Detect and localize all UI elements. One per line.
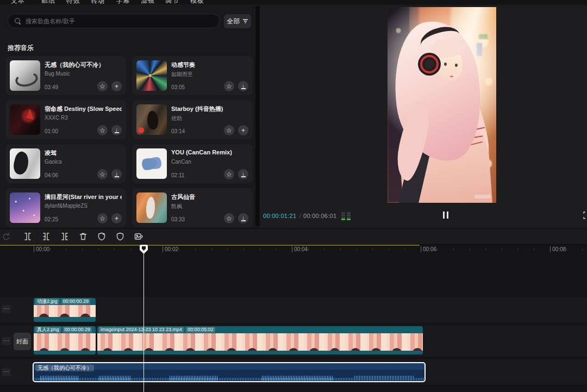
add-to-track-button[interactable]: + — [111, 213, 122, 223]
chroma-key-icon[interactable] — [130, 229, 147, 244]
playhead-line[interactable] — [143, 245, 144, 392]
mask-icon[interactable] — [112, 229, 128, 244]
ruler-tick — [582, 248, 583, 251]
delete-left-icon[interactable] — [38, 229, 54, 244]
fullscreen-icon[interactable] — [583, 211, 587, 220]
favorite-button[interactable]: ☆ — [97, 81, 108, 91]
clip-main-video[interactable]: imageinput 2024-12-23 10 23 23.mp4 00:00… — [97, 326, 423, 354]
music-card[interactable]: 宿命感 Destiny (Slow Speed) XXXC R3 01:00 ☆… — [5, 100, 126, 139]
ruler-tick — [502, 248, 502, 251]
song-duration: 04:06 — [45, 172, 58, 178]
track-options-button[interactable]: ⋯ — [2, 368, 11, 376]
song-duration: 03:14 — [171, 128, 185, 134]
song-artist: 佐助 — [171, 115, 247, 122]
music-library-panel: 全部 推荐音乐 无感（我的心可不冷） Bug Music 03:49 ☆ + 动… — [0, 6, 255, 228]
song-duration: 03:33 — [171, 216, 185, 222]
clip-name: 动漫2.jpg — [35, 298, 59, 304]
download-icon: ↓ — [241, 171, 246, 177]
redo-icon[interactable] — [0, 229, 14, 244]
favorite-button[interactable]: ☆ — [224, 169, 234, 179]
ruler-label: 00:00 — [34, 246, 49, 252]
album-art — [10, 192, 40, 223]
favorite-button[interactable]: ☆ — [224, 81, 234, 91]
favorite-button[interactable]: ☆ — [97, 213, 108, 223]
audio-waveform — [99, 376, 132, 381]
song-duration: 01:00 — [45, 128, 58, 134]
tab-text[interactable]: 文本 — [11, 0, 25, 5]
music-card[interactable]: 古风仙音 凯枫 03:33 ☆ ↓ — [132, 188, 253, 227]
star-icon: ☆ — [99, 83, 105, 90]
ruler-tick — [276, 248, 276, 251]
tab-captions[interactable]: 字幕 — [116, 0, 130, 5]
song-title: YOU (CanCan Remix) — [171, 149, 248, 155]
clip-filmstrip — [34, 305, 96, 317]
transport-bar: 00:00:01:21 / 00:00:06:01 — [260, 207, 587, 226]
ruler-tick — [50, 248, 51, 251]
star-icon: ☆ — [226, 171, 232, 178]
download-icon: ↓ — [115, 171, 119, 177]
delete-icon[interactable] — [75, 229, 91, 244]
download-button[interactable]: ↓ — [238, 169, 248, 179]
clip-duration: 00:00:00.29 — [63, 327, 92, 333]
search-icon — [15, 18, 21, 24]
ruler-tick — [566, 248, 567, 251]
download-icon: ↓ — [115, 127, 119, 133]
download-button[interactable]: ↓ — [238, 213, 248, 223]
clip-duration: 00:00:05:02 — [186, 327, 215, 333]
ruler-tick — [114, 248, 115, 251]
music-card[interactable]: 满目星河(Star river in your eyes) dylanf&Map… — [5, 188, 126, 227]
clip-overlay-image[interactable]: 动漫2.jpg 00:00:00.29 — [34, 298, 96, 322]
album-art — [10, 60, 40, 91]
search-box[interactable] — [8, 14, 220, 28]
add-to-track-button[interactable]: + — [111, 81, 122, 91]
timeline-ruler[interactable]: 00:00 00:02 00:04 00:06 00:08 — [0, 245, 587, 254]
tab-templates[interactable]: 模板 — [190, 0, 204, 5]
split-icon[interactable] — [20, 229, 36, 244]
cover-button[interactable]: 封面 — [14, 333, 31, 350]
favorite-button[interactable]: ☆ — [97, 125, 108, 135]
playhead-handle[interactable] — [140, 245, 148, 254]
favorite-button[interactable]: ☆ — [224, 213, 234, 223]
clip-audio-selected[interactable]: 无感（我的心可不冷） — [33, 362, 426, 382]
ruler-tick — [372, 248, 373, 251]
audio-waveform — [170, 376, 218, 381]
filter-all-button[interactable]: 全部 — [224, 14, 251, 28]
music-card[interactable]: YOU (CanCan Remix) CanCan 02:11 ☆ ↓ — [132, 144, 253, 183]
song-title: 凌驾 — [45, 149, 122, 157]
timeline[interactable]: 00:00 00:02 00:04 00:06 00:08 ⋯ ⋯ ⋯ 封面 动… — [0, 245, 587, 392]
tab-filters[interactable]: 滤镜 — [141, 0, 155, 5]
music-card[interactable]: 凌驾 Gaoica 04:06 ☆ ↓ — [5, 144, 126, 183]
ruler-label: 00:02 — [163, 246, 178, 252]
tab-effects[interactable]: 特效 — [66, 0, 80, 5]
download-button[interactable]: ↓ — [111, 169, 122, 179]
favorite-button[interactable]: ☆ — [97, 169, 108, 179]
preview-viewport[interactable] — [388, 7, 496, 203]
ruler-tick — [260, 248, 260, 251]
delete-right-icon[interactable] — [57, 229, 73, 244]
download-button[interactable]: ↓ — [111, 125, 122, 135]
track-options-button[interactable]: ⋯ — [2, 305, 11, 313]
plus-icon: + — [241, 127, 245, 134]
hot-badge — [138, 127, 144, 133]
tab-transition[interactable]: 转场 — [91, 0, 105, 5]
track-options-button[interactable]: ⋯ — [2, 337, 11, 345]
clip-name: imageinput 2024-12-23 10 23 23.mp4 — [99, 327, 184, 333]
freeze-frame-icon[interactable] — [93, 229, 110, 244]
favorite-button[interactable]: ☆ — [224, 125, 234, 135]
search-input[interactable] — [26, 18, 205, 24]
tab-sticker[interactable]: 贴纸 — [41, 0, 55, 5]
clip-main-image[interactable]: 真人2.png 00:00:00.29 — [34, 326, 96, 354]
tab-adjust[interactable]: 调节 — [165, 0, 179, 5]
ruler-tick — [82, 248, 83, 251]
ruler-tick — [453, 248, 454, 251]
ruler-tick — [437, 248, 438, 251]
album-art — [136, 104, 167, 135]
download-icon: ↓ — [241, 215, 246, 221]
music-card[interactable]: 动感节奏 如期而至 03:05 ☆ ↓ — [132, 56, 253, 95]
music-card[interactable]: Starboy (抖音热播) 佐助 03:14 ☆ + — [132, 100, 253, 139]
download-button[interactable]: ↓ — [238, 81, 248, 91]
add-to-track-button[interactable]: + — [238, 125, 248, 135]
pause-button[interactable] — [440, 211, 451, 221]
music-card[interactable]: 无感（我的心可不冷） Bug Music 03:49 ☆ + — [5, 56, 126, 95]
audio-waveform — [40, 376, 78, 381]
